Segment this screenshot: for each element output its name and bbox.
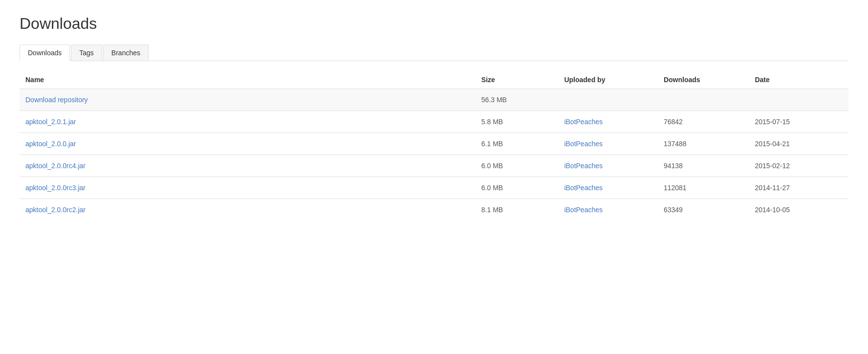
cell-uploaded-by: iBotPeaches — [558, 155, 658, 177]
header-size: Size — [476, 71, 559, 89]
header-date: Date — [749, 71, 848, 89]
file-link[interactable]: apktool_2.0.0rc2.jar — [25, 206, 86, 214]
uploader-link[interactable]: iBotPeaches — [564, 118, 603, 126]
table-row: apktool_2.0.0rc3.jar6.0 MBiBotPeaches112… — [20, 177, 848, 199]
cell-uploaded-by: iBotPeaches — [558, 199, 658, 221]
tab-tags[interactable]: Tags — [71, 44, 102, 61]
file-link[interactable]: apktool_2.0.0rc3.jar — [25, 184, 86, 192]
cell-size: 6.0 MB — [476, 177, 559, 199]
cell-date: 2015-02-12 — [749, 155, 848, 177]
tab-downloads[interactable]: Downloads — [20, 44, 70, 61]
cell-date: 2015-04-21 — [749, 133, 848, 155]
cell-date: 2014-10-05 — [749, 199, 848, 221]
file-link[interactable]: apktool_2.0.0.jar — [25, 140, 76, 148]
cell-uploaded-by: iBotPeaches — [558, 177, 658, 199]
cell-size: 6.1 MB — [476, 133, 559, 155]
cell-date: 2015-07-15 — [749, 111, 848, 133]
cell-date: 2014-11-27 — [749, 177, 848, 199]
header-downloads: Downloads — [658, 71, 749, 89]
file-link[interactable]: apktool_2.0.1.jar — [25, 118, 76, 126]
table-row: apktool_2.0.0.jar6.1 MBiBotPeaches137488… — [20, 133, 848, 155]
uploader-link[interactable]: iBotPeaches — [564, 162, 603, 170]
cell-download-count: 137488 — [658, 133, 749, 155]
table-header-row: Name Size Uploaded by Downloads Date — [20, 71, 848, 89]
cell-download-count: 112081 — [658, 177, 749, 199]
cell-size: 5.8 MB — [476, 111, 559, 133]
file-link[interactable]: apktool_2.0.0rc4.jar — [25, 162, 86, 170]
uploader-link[interactable]: iBotPeaches — [564, 206, 603, 214]
table-row: apktool_2.0.1.jar5.8 MBiBotPeaches768422… — [20, 111, 848, 133]
page-title: Downloads — [20, 15, 848, 33]
cell-size: 8.1 MB — [476, 199, 559, 221]
downloads-table: Name Size Uploaded by Downloads Date Dow… — [20, 71, 848, 221]
cell-uploaded-by: iBotPeaches — [558, 111, 658, 133]
cell-uploaded-by — [558, 89, 658, 111]
cell-size: 6.0 MB — [476, 155, 559, 177]
cell-download-count: 76842 — [658, 111, 749, 133]
table-row: Download repository56.3 MB — [20, 89, 848, 111]
cell-name: apktool_2.0.0rc2.jar — [20, 199, 476, 221]
cell-name: apktool_2.0.0rc4.jar — [20, 155, 476, 177]
cell-name: apktool_2.0.1.jar — [20, 111, 476, 133]
cell-name: apktool_2.0.0.jar — [20, 133, 476, 155]
cell-download-count — [658, 89, 749, 111]
header-uploaded-by: Uploaded by — [558, 71, 658, 89]
table-row: apktool_2.0.0rc2.jar8.1 MBiBotPeaches633… — [20, 199, 848, 221]
cell-download-count: 94138 — [658, 155, 749, 177]
cell-date — [749, 89, 848, 111]
tab-branches[interactable]: Branches — [103, 44, 149, 61]
uploader-link[interactable]: iBotPeaches — [564, 140, 603, 148]
uploader-link[interactable]: iBotPeaches — [564, 184, 603, 192]
cell-name: apktool_2.0.0rc3.jar — [20, 177, 476, 199]
cell-download-count: 63349 — [658, 199, 749, 221]
header-name: Name — [20, 71, 476, 89]
tab-bar: Downloads Tags Branches — [20, 44, 848, 61]
cell-size: 56.3 MB — [476, 89, 559, 111]
cell-name: Download repository — [20, 89, 476, 111]
cell-uploaded-by: iBotPeaches — [558, 133, 658, 155]
file-link[interactable]: Download repository — [25, 96, 88, 104]
table-row: apktool_2.0.0rc4.jar6.0 MBiBotPeaches941… — [20, 155, 848, 177]
